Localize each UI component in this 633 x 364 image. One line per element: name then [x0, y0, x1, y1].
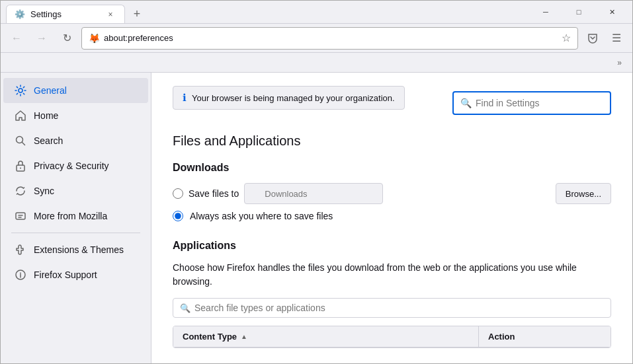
forward-button[interactable]: →	[31, 28, 52, 49]
find-search-icon: 🔍	[460, 98, 472, 108]
svg-point-0	[19, 89, 22, 92]
pocket-button[interactable]	[582, 28, 603, 49]
sidebar-item-mozilla[interactable]: More from Mozilla	[3, 203, 148, 229]
sidebar-item-search[interactable]: Search	[3, 128, 148, 153]
content-area: General Home Search	[1, 73, 632, 363]
privacy-label: Privacy & Security	[34, 161, 109, 171]
close-button[interactable]: ✕	[597, 1, 627, 22]
always-ask-label: Always ask you where to save files	[190, 211, 333, 221]
sidebar-item-extensions[interactable]: Extensions & Themes	[3, 237, 148, 262]
browse-button[interactable]: Browse...	[556, 183, 611, 204]
firefox-logo-icon: 🦊	[89, 33, 100, 44]
sync-label: Sync	[34, 186, 54, 196]
find-settings-input[interactable]	[476, 98, 603, 108]
general-icon	[14, 84, 27, 97]
mozilla-label: More from Mozilla	[34, 211, 107, 221]
applications-title: Applications	[173, 240, 611, 252]
sidebar-item-general[interactable]: General	[3, 78, 148, 103]
bookmark-icon[interactable]: ☆	[562, 32, 571, 44]
browser-toolbar: ← → ↻ 🦊 about:preferences ☆ ☰	[1, 24, 632, 53]
toolbar-right: ☰	[582, 28, 627, 49]
new-tab-button[interactable]: +	[128, 5, 146, 23]
title-bar: ⚙️ Settings × + ─ □ ✕	[1, 1, 632, 24]
sidebar-item-support[interactable]: Firefox Support	[3, 262, 148, 287]
svg-point-3	[20, 168, 21, 169]
downloads-title: Downloads	[173, 162, 611, 174]
back-button[interactable]: ←	[6, 28, 27, 49]
table-header: Content Type ▲ Action	[173, 326, 611, 347]
save-files-label: Save files to	[189, 188, 239, 199]
applications-section: Applications Choose how Firefox handles …	[173, 240, 611, 348]
content-type-label: Content Type	[183, 332, 237, 342]
home-icon	[14, 109, 27, 122]
mozilla-icon	[14, 209, 27, 223]
window-controls: ─ □ ✕	[530, 1, 627, 22]
sidebar-divider	[11, 233, 140, 233]
download-path-wrap: ⬇	[244, 183, 550, 204]
managed-notice-text: Your browser is being managed by your or…	[192, 93, 395, 103]
address-text: about:preferences	[104, 33, 558, 43]
page-title: Files and Applications	[173, 133, 611, 149]
browser-window: ⚙️ Settings × + ─ □ ✕ ← → ↻ 🦊 about:pref…	[0, 0, 633, 364]
download-path-input[interactable]	[244, 183, 383, 204]
save-files-radio[interactable]	[173, 188, 183, 199]
extensions-label: Extensions & Themes	[34, 244, 124, 255]
svg-rect-4	[16, 213, 25, 219]
managed-notice: ℹ Your browser is being managed by your …	[173, 86, 405, 110]
tab-close-button[interactable]: ×	[105, 9, 116, 20]
extensions-chevron[interactable]: »	[612, 55, 627, 70]
menu-button[interactable]: ☰	[606, 28, 627, 49]
extension-toolbar: »	[1, 53, 632, 73]
sync-icon	[14, 184, 27, 198]
action-label: Action	[488, 332, 515, 342]
action-header: Action	[478, 326, 611, 347]
settings-tab-title: Settings	[30, 9, 99, 19]
always-ask-radio[interactable]	[173, 211, 183, 221]
settings-pane: ℹ Your browser is being managed by your …	[151, 73, 632, 363]
top-bar: ℹ Your browser is being managed by your …	[173, 86, 611, 120]
support-label: Firefox Support	[34, 270, 97, 280]
applications-description: Choose how Firefox handles the files you…	[173, 261, 611, 289]
always-ask-row: Always ask you where to save files	[173, 211, 611, 221]
home-label: Home	[34, 110, 58, 121]
address-bar[interactable]: 🦊 about:preferences ☆	[81, 27, 578, 50]
sidebar: General Home Search	[1, 73, 151, 363]
pocket-icon	[587, 33, 598, 44]
sidebar-item-home[interactable]: Home	[3, 103, 148, 128]
info-icon: ℹ	[183, 92, 187, 104]
privacy-icon	[14, 159, 27, 172]
tab-bar: ⚙️ Settings × +	[6, 1, 530, 23]
search-nav-icon	[14, 134, 27, 147]
search-applications-field[interactable]: 🔍	[173, 298, 611, 318]
maximize-button[interactable]: □	[564, 1, 594, 22]
save-files-row: Save files to ⬇ Browse...	[173, 183, 611, 204]
downloads-section: Downloads Save files to ⬇ Browse...	[173, 162, 611, 221]
sidebar-item-privacy[interactable]: Privacy & Security	[3, 153, 148, 178]
applications-table: Content Type ▲ Action	[173, 326, 611, 348]
general-label: General	[34, 85, 67, 96]
sidebar-item-sync[interactable]: Sync	[3, 178, 148, 203]
extensions-icon	[14, 243, 27, 256]
settings-tab-icon: ⚙️	[15, 9, 25, 19]
search-app-icon: 🔍	[180, 303, 190, 313]
support-icon	[14, 268, 27, 281]
search-label: Search	[34, 135, 63, 146]
settings-tab[interactable]: ⚙️ Settings ×	[6, 5, 125, 23]
sort-icon: ▲	[241, 333, 247, 340]
reload-button[interactable]: ↻	[56, 28, 77, 49]
minimize-button[interactable]: ─	[530, 1, 561, 22]
content-type-header[interactable]: Content Type ▲	[173, 326, 478, 347]
search-app-input[interactable]	[194, 303, 604, 313]
find-settings-field[interactable]: 🔍	[452, 91, 611, 115]
